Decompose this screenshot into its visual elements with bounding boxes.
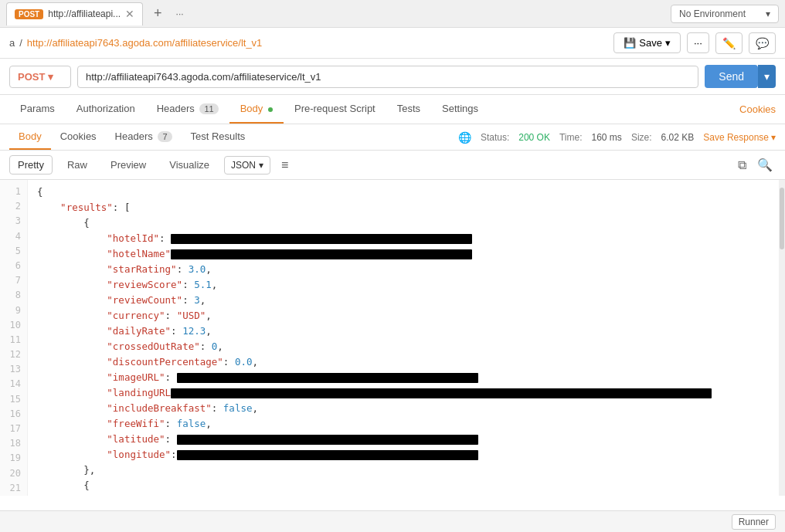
code-line-11: "crossedOutRate": 0, xyxy=(37,339,770,354)
code-line-5: "hotelName" xyxy=(37,246,770,262)
code-actions: ⧉ 🔍 xyxy=(735,156,776,174)
scrollbar-thumb[interactable] xyxy=(780,188,784,249)
tab-params[interactable]: Params xyxy=(9,95,66,124)
code-line-18: "longitude": xyxy=(37,447,770,463)
size-value: 6.02 KB xyxy=(661,132,695,143)
env-chevron-icon: ▾ xyxy=(766,8,770,19)
preview-button[interactable]: Preview xyxy=(102,155,155,175)
env-label: No Environment xyxy=(679,8,746,19)
redact-imageurl xyxy=(177,373,478,383)
size-label: Size: xyxy=(631,132,652,143)
add-tab-button[interactable]: + xyxy=(149,4,167,23)
code-line-15: "includeBreakfast": false, xyxy=(37,401,770,416)
line-num-2: 2 xyxy=(6,199,21,214)
tab-pre-request[interactable]: Pre-request Script xyxy=(284,95,386,124)
sub-tab-cookies[interactable]: Cookies xyxy=(51,124,106,150)
breadcrumb-url[interactable]: http://affiliateapi7643.agoda.com/affili… xyxy=(27,37,263,49)
line-num-17: 17 xyxy=(6,422,21,436)
status-label: Status: xyxy=(481,132,509,143)
line-num-19: 19 xyxy=(6,451,21,466)
edit-icon-button[interactable]: ✏️ xyxy=(715,32,743,54)
method-label: POST xyxy=(18,71,45,83)
line-num-8: 8 xyxy=(6,288,21,303)
status-value: 200 OK xyxy=(518,132,550,143)
environment-selector[interactable]: No Environment ▾ xyxy=(671,5,779,23)
comment-icon-button[interactable]: 💬 xyxy=(749,32,776,54)
headers-badge: 11 xyxy=(199,103,218,114)
format-label: JSON xyxy=(231,160,256,171)
save-response-label: Save Response xyxy=(703,132,769,143)
tab-label: http://affiliateapi... xyxy=(48,8,121,19)
time-label: Time: xyxy=(559,132,583,143)
line-num-7: 7 xyxy=(6,273,21,288)
tab-close-icon[interactable]: ✕ xyxy=(125,8,134,20)
sub-tab-headers[interactable]: Headers 7 xyxy=(106,124,182,150)
code-line-7: "reviewScore": 5.1, xyxy=(37,277,770,293)
code-line-10: "dailyRate": 12.3, xyxy=(37,324,770,339)
code-line-1: { xyxy=(37,185,770,200)
redact-hotelid-1 xyxy=(171,234,472,244)
globe-icon: 🌐 xyxy=(458,131,471,144)
line-num-16: 16 xyxy=(6,407,21,422)
tab-settings[interactable]: Settings xyxy=(431,95,489,124)
format-selector[interactable]: JSON ▾ xyxy=(224,156,270,175)
code-line-16: "freeWifi": false, xyxy=(37,416,770,432)
active-tab[interactable]: POST http://affiliateapi... ✕ xyxy=(6,2,143,25)
browser-tab-bar: POST http://affiliateapi... ✕ + ··· No E… xyxy=(0,0,785,28)
breadcrumb-bar: a / http://affiliateapi7643.agoda.com/af… xyxy=(0,28,785,59)
code-line-8: "reviewCount": 3, xyxy=(37,293,770,308)
scrollbar[interactable] xyxy=(779,180,785,496)
post-badge: POST xyxy=(15,9,43,19)
line-num-20: 20 xyxy=(6,466,21,481)
tab-authorization[interactable]: Authorization xyxy=(66,95,146,124)
code-line-21: "hotelId": 5 xyxy=(37,493,770,496)
filter-icon[interactable]: ≡ xyxy=(277,157,293,174)
url-input[interactable] xyxy=(77,66,698,88)
save-button[interactable]: 💾 Save ▾ xyxy=(613,32,681,53)
line-num-10: 10 xyxy=(6,318,21,333)
raw-button[interactable]: Raw xyxy=(59,155,96,175)
code-line-3: { xyxy=(37,215,770,231)
code-line-9: "currency": "USD", xyxy=(37,308,770,324)
code-area[interactable]: 1 2 3 4 5 6 7 8 9 10 11 12 13 14 15 16 1… xyxy=(0,180,785,496)
method-selector[interactable]: POST ▾ xyxy=(9,66,71,88)
more-button[interactable]: ··· xyxy=(687,32,709,53)
line-num-5: 5 xyxy=(6,244,21,259)
tab-body[interactable]: Body xyxy=(229,95,284,124)
copy-icon-button[interactable]: ⧉ xyxy=(735,157,749,174)
code-line-12: "discountPercentage": 0.0, xyxy=(37,354,770,370)
tab-tests[interactable]: Tests xyxy=(386,95,431,124)
line-num-15: 15 xyxy=(6,392,21,407)
breadcrumb-prefix: a xyxy=(9,37,15,49)
cookies-link[interactable]: Cookies xyxy=(739,103,776,115)
sub-tab-body[interactable]: Body xyxy=(9,124,51,150)
line-num-11: 11 xyxy=(6,333,21,347)
code-view-controls: Pretty Raw Preview Visualize JSON ▾ ≡ ⧉ … xyxy=(0,151,785,180)
code-content: { "results": [ { "hotelId": "hotelName" … xyxy=(28,180,779,496)
redact-hotelname-1 xyxy=(171,249,472,259)
line-num-18: 18 xyxy=(6,436,21,451)
save-icon: 💾 xyxy=(624,37,636,49)
visualize-button[interactable]: Visualize xyxy=(161,155,218,175)
save-response-chevron-icon: ▾ xyxy=(771,132,776,143)
line-num-1: 1 xyxy=(6,185,21,199)
format-chevron-icon: ▾ xyxy=(259,160,263,171)
redact-landingurl xyxy=(171,388,712,398)
tab-headers[interactable]: Headers 11 xyxy=(146,95,229,124)
response-status: 🌐 Status: 200 OK Time: 160 ms Size: 6.02… xyxy=(458,131,776,144)
send-button[interactable]: Send xyxy=(705,65,758,88)
line-num-21: 21 xyxy=(6,481,21,496)
request-tabs-bar: Params Authorization Headers 11 Body Pre… xyxy=(0,95,785,124)
code-line-2: "results": [ xyxy=(37,200,770,215)
method-chevron-icon: ▾ xyxy=(48,71,53,83)
response-headers-badge: 7 xyxy=(158,131,172,142)
pretty-button[interactable]: Pretty xyxy=(9,155,53,175)
search-icon-button[interactable]: 🔍 xyxy=(754,156,776,174)
redact-longitude xyxy=(177,450,478,460)
line-num-4: 4 xyxy=(6,229,21,244)
send-dropdown-button[interactable]: ▾ xyxy=(758,65,776,88)
sub-tab-test-results[interactable]: Test Results xyxy=(182,124,255,150)
tab-more-icon[interactable]: ··· xyxy=(173,7,187,21)
save-chevron-icon: ▾ xyxy=(665,37,671,49)
save-response-button[interactable]: Save Response ▾ xyxy=(703,132,776,143)
